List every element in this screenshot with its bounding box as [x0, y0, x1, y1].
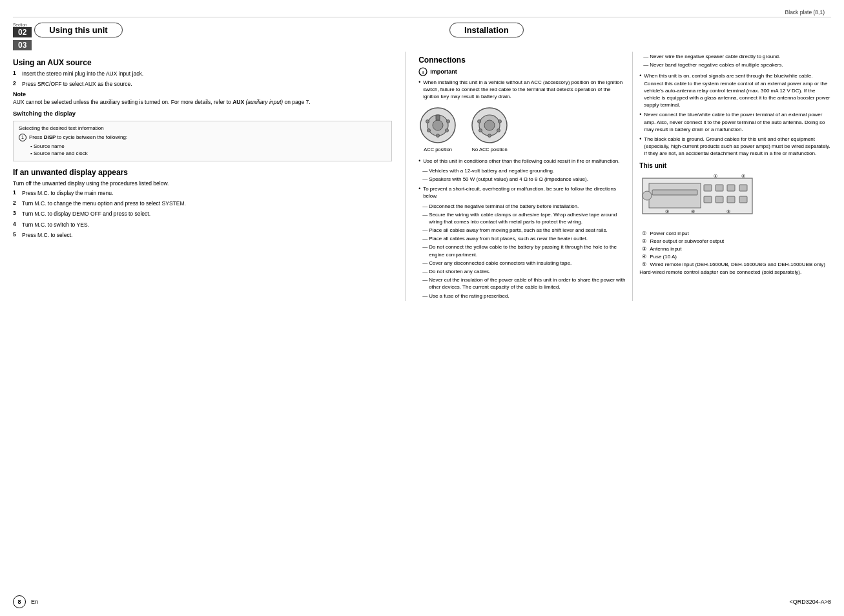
dash-list-item-4: Do not connect the yellow cable to the b… — [422, 243, 626, 258]
right-column: Connections i Important • When installin… — [406, 52, 831, 301]
svg-rect-5 — [436, 115, 440, 120]
page-code: <QRD3204-A>8 — [789, 599, 831, 605]
dash-item-1: Vehicles with a 12-volt battery and nega… — [422, 167, 626, 174]
svg-text:④: ④ — [691, 209, 695, 214]
this-unit-column: Never wire the negative speaker cable di… — [633, 52, 831, 301]
installation-content: Connections i Important • When installin… — [418, 52, 831, 301]
svg-point-7 — [427, 128, 431, 132]
important-bullet3: • To prevent a short-circuit, overheatin… — [418, 185, 626, 200]
connections-heading: Connections — [418, 56, 626, 65]
svg-point-6 — [437, 134, 440, 137]
step-circle-1: 1 — [19, 134, 26, 141]
bullet2-text: Use of this unit in conditions other tha… — [423, 158, 619, 165]
unwanted-heading: If an unwanted display appears — [13, 168, 392, 177]
svg-point-9 — [426, 119, 429, 123]
important-bullet1: • When installing this unit in a vehicle… — [418, 79, 626, 101]
dash-list-item-5: Cover any disconnected cable connectors … — [422, 260, 626, 267]
unit-label-2: ② Rear output or subwoofer output — [639, 238, 831, 245]
unit-label-5: ⑤ Wired remote input (DEH-1600UB, DEH-16… — [639, 261, 831, 276]
section-02-box: 02 — [13, 27, 32, 37]
switching-heading: Switching the display — [13, 110, 392, 117]
aux-step2-text: Press SRC/OFF to select AUX as the sourc… — [22, 80, 132, 88]
right-dash-2: Never band together negative cables of m… — [643, 61, 831, 68]
svg-rect-29 — [727, 196, 735, 203]
svg-text:i: i — [422, 70, 424, 76]
right-bullets: Never wire the negative speaker cable di… — [639, 53, 831, 68]
installation-title: Installation — [449, 23, 524, 37]
page-number: 8 — [13, 595, 26, 608]
svg-text:③: ③ — [665, 209, 669, 214]
unwanted-step2-text: Turn M.C. to change the menu option and … — [22, 200, 186, 207]
svg-rect-23 — [704, 185, 712, 191]
bullet1-text: When installing this unit in a vehicle w… — [423, 79, 626, 101]
unwanted-step5: 5 Press M.C. to select. — [13, 231, 392, 239]
no-acc-connector-svg — [470, 106, 509, 145]
right-bullet-3: • When this unit is on, control signals … — [639, 72, 831, 108]
important-bullet2: • Use of this unit in conditions other t… — [418, 158, 626, 165]
dash-list-item-1: Secure the wiring with cable clamps or a… — [422, 211, 626, 225]
section-label: Section — [13, 23, 32, 27]
unwanted-step4: 4 Turn M.C. to switch to YES. — [13, 221, 392, 229]
footer-left: 8 En — [13, 595, 38, 608]
svg-text:⑤: ⑤ — [726, 209, 730, 214]
section-03-box: 03 — [13, 40, 32, 50]
svg-text:②: ② — [741, 174, 745, 178]
svg-rect-24 — [715, 185, 723, 191]
dash-list-item-3: Place all cables away from hot places, s… — [422, 235, 626, 242]
right-bullet-4: • Never connect the blue/white cable to … — [639, 111, 831, 133]
dash-list-item-6: Do not shorten any cables. — [422, 268, 626, 275]
switching-box-step: Press DISP to cycle between the followin… — [29, 134, 127, 141]
dash-list-main: Disconnect the negative terminal of the … — [418, 203, 626, 300]
page-header: Black plate (8,1) — [13, 6, 831, 17]
unwanted-step3: 3 Turn M.C. to display DEMO OFF and pres… — [13, 210, 392, 218]
acc-connector-svg — [418, 106, 457, 145]
svg-rect-20 — [649, 183, 701, 208]
svg-rect-28 — [715, 196, 723, 203]
switching-box-title: Selecting the desired text information — [19, 125, 386, 132]
unit-diagram: ① ② ③ ④ ⑤ — [639, 172, 831, 225]
page-footer: 8 En <QRD3204-A>8 — [13, 595, 831, 608]
page: Black plate (8,1) Section 02 Using this … — [0, 0, 844, 616]
no-acc-connector: No ACC position — [470, 106, 509, 152]
main-content: Using an AUX source 1 Insert the stereo … — [13, 52, 831, 301]
svg-point-13 — [484, 120, 495, 130]
unit-label-1: ① Power cord input — [639, 230, 831, 238]
aux-heading: Using an AUX source — [13, 58, 392, 67]
note-aux-text: AUX cannot be selected unless the auxili… — [13, 98, 392, 106]
svg-rect-21 — [652, 190, 697, 195]
switching-item2: Source name and clock — [34, 150, 88, 156]
svg-point-4 — [433, 120, 443, 130]
svg-point-22 — [643, 191, 652, 200]
left-column: Using an AUX source 1 Insert the stereo … — [13, 52, 406, 301]
right-bullet-5: • The black cable is ground. Ground cabl… — [639, 136, 831, 158]
unwanted-step3-text: Turn M.C. to display DEMO OFF and press … — [22, 210, 150, 218]
using-this-unit-title: Using this unit — [34, 23, 122, 37]
unit-diagram-svg: ① ② ③ ④ ⑤ — [639, 172, 756, 223]
unit-labels: ① Power cord input ② Rear output or subw… — [639, 230, 831, 276]
dash-list-bullet2: Vehicles with a 12-volt battery and nega… — [418, 167, 626, 183]
dash-list-item-7: Never cut the insulation of the power ca… — [422, 276, 626, 291]
dash-list-item-8: Use a fuse of the rating prescribed. — [422, 293, 626, 300]
connections-column: Connections i Important • When installin… — [418, 52, 633, 301]
switching-box: Selecting the desired text information 1… — [13, 121, 392, 161]
switching-item1: Source name — [34, 143, 65, 149]
unwanted-intro: Turn off the unwanted display using the … — [13, 180, 392, 187]
dash-item-2: Speakers with 50 W (output value) and 4 … — [422, 176, 626, 183]
plate-text: Black plate (8,1) — [785, 9, 825, 15]
important-text: Important — [430, 68, 457, 75]
unit-label-4: ④ Fuse (10 A) — [639, 253, 831, 261]
svg-point-10 — [447, 119, 450, 123]
svg-rect-25 — [727, 185, 735, 191]
svg-rect-26 — [739, 185, 747, 191]
this-unit-heading: This unit — [639, 162, 831, 169]
acc-connector: ACC position — [418, 106, 457, 152]
unit-label-3: ③ Antenna input — [639, 245, 831, 253]
unwanted-step4-text: Turn M.C. to switch to YES. — [22, 221, 89, 229]
aux-step1: 1 Insert the stereo mini plug into the A… — [13, 70, 392, 77]
dash-list-item-0: Disconnect the negative terminal of the … — [422, 203, 626, 210]
unwanted-step2: 2 Turn M.C. to change the menu option an… — [13, 200, 392, 207]
aux-step2: 2 Press SRC/OFF to select AUX as the sou… — [13, 80, 392, 88]
note-label: Note — [13, 91, 392, 98]
connector-images: ACC position — [418, 106, 626, 152]
unwanted-step1-text: Press M.C. to display the main menu. — [22, 189, 113, 197]
